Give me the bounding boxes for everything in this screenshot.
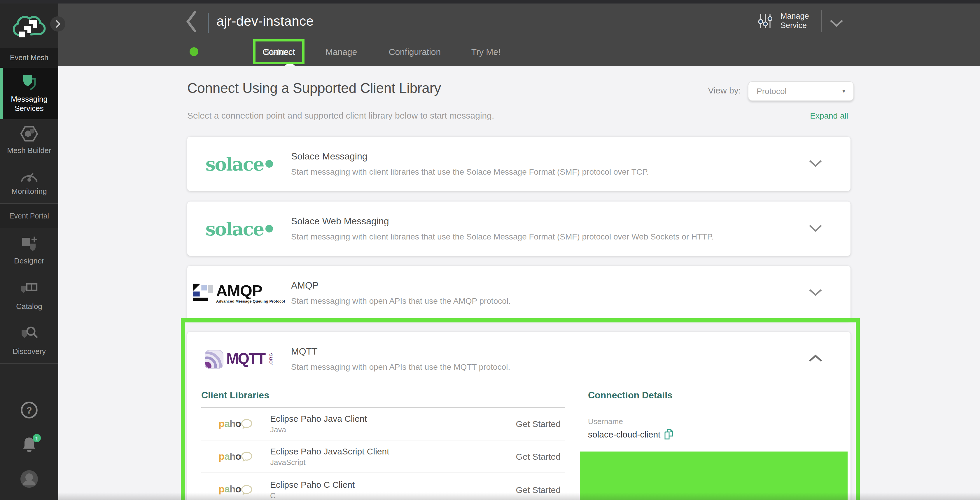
library-language: JavaScript — [270, 458, 516, 467]
card-title: Solace Web Messaging — [291, 216, 808, 227]
chevron-up-icon[interactable] — [808, 354, 824, 364]
active-indicator-bar — [0, 68, 3, 119]
card-title: MQTT — [291, 347, 808, 357]
tab-manage[interactable]: Manage — [326, 47, 357, 57]
view-by-value: Protocol — [757, 86, 841, 96]
protocol-card-solace-messaging[interactable]: solace Solace Messaging Start messaging … — [187, 137, 851, 191]
gauge-icon — [19, 168, 39, 184]
paho-logo: paho — [201, 450, 270, 462]
dropdown-caret-icon: ▼ — [841, 88, 846, 94]
sidebar-section-event-mesh: Event Mesh — [0, 48, 58, 68]
chevron-down-icon[interactable] — [808, 224, 824, 234]
status-dot — [189, 47, 198, 56]
page-title: Connect Using a Supported Client Library — [187, 80, 441, 96]
cloud-logo-icon — [12, 11, 47, 40]
card-description: Start messaging with open APIs that use … — [291, 296, 808, 305]
designer-icon — [20, 235, 38, 253]
chevron-right-icon — [55, 20, 60, 28]
mqtt-logo: MQTT .ORG — [205, 350, 274, 368]
hexagon-icon — [20, 125, 38, 142]
solace-logo: solace — [187, 218, 291, 239]
username-label: Username — [588, 417, 845, 426]
library-row-paho-javascript: paho Eclipse Paho JavaScript Client Java… — [201, 441, 565, 473]
sidebar-item-catalog[interactable]: Catalog — [0, 273, 58, 319]
paho-bubble-icon — [241, 484, 253, 494]
avatar-icon — [20, 470, 38, 488]
protocol-card-mqtt[interactable]: MQTT .ORG MQTT Start messaging with open… — [187, 332, 851, 500]
paho-bubble-icon — [241, 452, 253, 462]
library-language: Java — [270, 425, 516, 434]
notification-badge: 1 — [33, 434, 41, 442]
client-libraries-section: Client Libraries paho Eclipse Paho Java … — [201, 390, 565, 500]
chevron-down-icon[interactable] — [808, 288, 824, 298]
protocol-card-amqp[interactable]: AMQP Advanced Message Queuing Protocol A… — [187, 266, 851, 321]
shield-icon — [21, 73, 38, 91]
sliders-icon — [758, 13, 772, 29]
sidebar-item-label: Monitoring — [11, 187, 47, 196]
library-row-paho-java: paho Eclipse Paho Java Client Java Get S… — [201, 408, 565, 441]
help-icon: ? — [20, 401, 38, 419]
connection-details-heading: Connection Details — [588, 390, 845, 401]
library-name: Eclipse Paho C Client — [270, 479, 516, 489]
solace-logo: solace — [187, 153, 291, 174]
back-button[interactable] — [186, 11, 197, 35]
header-divider — [821, 10, 822, 32]
window-top-strip — [0, 0, 980, 3]
tab-try-me[interactable]: Try Me! — [471, 47, 501, 57]
sidebar-item-label: Messaging Services — [6, 94, 52, 113]
sidebar-item-monitoring[interactable]: Monitoring — [0, 161, 58, 203]
sidebar-item-designer[interactable]: Designer — [0, 228, 58, 273]
notifications-button[interactable]: 1 — [22, 436, 37, 455]
sidebar-item-label: Discovery — [13, 347, 46, 356]
title-divider — [208, 13, 208, 33]
discovery-icon — [19, 326, 39, 343]
view-by-select[interactable]: Protocol ▼ — [748, 81, 854, 101]
library-row-paho-c: paho Eclipse Paho C Client C Get Started — [201, 473, 565, 500]
chevron-left-icon — [186, 11, 197, 33]
page-subtitle: Select a connection point and supported … — [187, 110, 494, 120]
amqp-logo-icon — [193, 283, 213, 302]
connect-page: Connect Using a Supported Client Library… — [58, 66, 980, 500]
paho-logo: paho — [201, 418, 270, 430]
sidebar-item-messaging-services[interactable]: Messaging Services — [0, 68, 58, 119]
catalog-icon — [19, 281, 39, 299]
username-value: solace-cloud-client — [588, 429, 660, 439]
chevron-down-icon[interactable] — [808, 158, 824, 169]
manage-service-label: Manage Service — [781, 12, 815, 31]
sidebar-section-event-portal: Event Portal — [0, 203, 58, 228]
sidebar-expand-button[interactable] — [50, 16, 65, 32]
card-title: AMQP — [291, 280, 808, 291]
user-avatar[interactable] — [20, 470, 38, 490]
service-menu-chevron[interactable] — [829, 19, 843, 29]
library-language: C — [270, 491, 516, 500]
client-libraries-heading: Client Libraries — [201, 390, 565, 401]
chevron-down-icon — [829, 19, 843, 27]
manage-service-button[interactable]: Manage Service — [758, 12, 815, 31]
card-description: Start messaging with open APIs that use … — [291, 362, 808, 372]
app-window: Event Mesh Messaging Services Mesh Build… — [0, 0, 980, 500]
view-by-label: View by: — [648, 85, 741, 95]
tab-connect[interactable]: Connect — [262, 47, 295, 57]
sidebar-item-label: Designer — [14, 256, 45, 266]
mqtt-logo-icon — [205, 350, 224, 368]
card-title: Solace Messaging — [291, 151, 808, 162]
sidebar-item-discovery[interactable]: Discovery — [0, 319, 58, 363]
card-description: Start messaging with client libraries th… — [291, 232, 808, 241]
get-started-link[interactable]: Get Started — [516, 452, 561, 462]
tab-configuration[interactable]: Configuration — [389, 47, 441, 57]
sidebar-item-label: Catalog — [16, 302, 42, 312]
get-started-link[interactable]: Get Started — [516, 484, 561, 494]
sidebar: Event Mesh Messaging Services Mesh Build… — [0, 3, 58, 500]
copy-icon[interactable] — [664, 429, 674, 440]
sidebar-item-mesh-builder[interactable]: Mesh Builder — [0, 119, 58, 161]
protocol-card-solace-web-messaging[interactable]: solace Solace Web Messaging Start messag… — [187, 201, 851, 256]
paho-logo: paho — [201, 484, 270, 495]
solace-cloud-logo[interactable] — [0, 3, 58, 48]
help-button[interactable]: ? — [20, 401, 38, 422]
expand-all-link[interactable]: Expand all — [732, 111, 848, 120]
card-description: Start messaging with client libraries th… — [291, 167, 808, 176]
sidebar-item-label: Mesh Builder — [7, 146, 51, 156]
get-started-link[interactable]: Get Started — [516, 419, 561, 429]
paho-bubble-icon — [241, 419, 253, 429]
connection-details-section: Connection Details Username solace-cloud… — [588, 390, 845, 440]
